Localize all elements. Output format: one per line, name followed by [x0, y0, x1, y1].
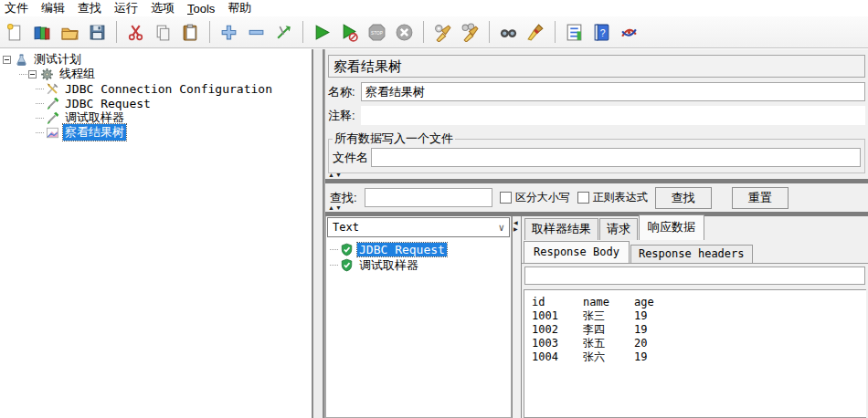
listener-icon: [45, 125, 59, 140]
menu-item-选项[interactable]: 选项: [151, 0, 175, 16]
case-sensitive-option[interactable]: 区分大小写: [500, 190, 570, 205]
horizontal-splitter-1[interactable]: ▲▼: [325, 179, 868, 183]
function-helper-button[interactable]: [562, 20, 587, 45]
comment-input[interactable]: [361, 106, 865, 125]
testplan-icon: [14, 52, 28, 67]
tree-node[interactable]: JDBC Request: [0, 96, 312, 110]
regex-label: 正则表达式: [593, 190, 648, 205]
main-vertical-splitter[interactable]: [312, 49, 324, 418]
clear-search-button[interactable]: [524, 20, 548, 45]
name-row: 名称:: [328, 82, 865, 101]
cut-button[interactable]: [123, 20, 148, 45]
clear-button[interactable]: [430, 20, 455, 45]
main-area: 测试计划线程组JDBC Connection ConfigurationJDBC…: [0, 49, 868, 418]
regex-checkbox[interactable]: [577, 192, 589, 204]
templates-button[interactable]: [30, 20, 55, 45]
results-tree[interactable]: JDBC Request调试取样器: [326, 238, 511, 417]
result-node-label: 调试取样器: [357, 257, 420, 274]
tree-collapse-icon[interactable]: [28, 70, 37, 78]
tree-node[interactable]: 察看结果树: [0, 125, 312, 140]
toggle-button[interactable]: [271, 20, 296, 45]
shield-check-icon: [339, 258, 354, 273]
menu-item-运行[interactable]: 运行: [114, 0, 138, 16]
results-tree-panel: Text ∨ JDBC Request调试取样器: [325, 216, 512, 418]
clear-all-button[interactable]: [458, 20, 482, 45]
name-input[interactable]: [361, 82, 865, 101]
response-data-row: 1004张六19: [532, 350, 866, 364]
menu-item-帮助[interactable]: 帮助: [228, 0, 251, 16]
tab-请求[interactable]: 请求: [599, 218, 638, 240]
result-tree-node[interactable]: JDBC Request: [326, 242, 511, 257]
tree-collapse-icon[interactable]: [3, 56, 11, 64]
threadgroup-icon: [39, 67, 54, 81]
shield-check-icon: [339, 243, 354, 257]
case-sensitive-label: 区分大小写: [515, 190, 570, 205]
splitter-onetouch-icon[interactable]: ▲▼: [328, 172, 343, 178]
subtab-response-headers[interactable]: Response headers: [630, 245, 753, 263]
write-to-file-group: 所有数据写入一个文件 文件名: [328, 131, 865, 173]
tree-connector: [330, 265, 338, 266]
find-button[interactable]: 查找: [655, 187, 712, 209]
results-vertical-splitter[interactable]: ◀▶: [512, 216, 522, 418]
toolbar-separator: [209, 21, 210, 43]
jmeter-logo-button[interactable]: [617, 20, 641, 45]
start-no-pauses-button[interactable]: [337, 20, 362, 45]
svg-text:STOP: STOP: [371, 31, 383, 36]
menu-item-tools[interactable]: Tools: [187, 2, 215, 16]
response-body-text[interactable]: idnameage1001张三191002李四191003张五201004张六1…: [524, 289, 866, 418]
search-button[interactable]: [496, 20, 521, 45]
comment-label: 注释:: [328, 108, 361, 124]
subtab-response-body[interactable]: Response Body: [524, 241, 630, 263]
filename-input[interactable]: [371, 148, 861, 167]
splitter-onetouch-icon[interactable]: ◀▶: [513, 220, 518, 233]
tree-node[interactable]: JDBC Connection Configuration: [0, 81, 312, 96]
write-to-file-legend: 所有数据写入一个文件: [333, 131, 455, 147]
regex-option[interactable]: 正则表达式: [577, 190, 648, 205]
new-file-button[interactable]: [3, 20, 27, 45]
result-tree-node[interactable]: 调试取样器: [326, 257, 511, 273]
menu-item-查找[interactable]: 查找: [78, 0, 101, 16]
menu-item-编辑[interactable]: 编辑: [41, 0, 65, 16]
expand-plus-button[interactable]: [217, 20, 241, 45]
toolbar-separator: [423, 21, 424, 43]
search-input[interactable]: [365, 188, 492, 207]
copy-button[interactable]: [151, 20, 175, 45]
help-button[interactable]: ?: [589, 20, 614, 45]
sampler-icon: [45, 96, 59, 110]
response-data-row: 1002李四19: [532, 323, 866, 337]
save-button[interactable]: [85, 20, 110, 45]
case-sensitive-checkbox[interactable]: [500, 192, 512, 204]
tree-connector: [36, 118, 44, 119]
response-data-row: 1003张五20: [532, 337, 866, 350]
tab-响应数据[interactable]: 响应数据: [639, 214, 704, 240]
tree-node[interactable]: 调试取样器: [0, 110, 312, 125]
menu-item-文件[interactable]: 文件: [5, 0, 28, 16]
tree-node[interactable]: 线程组: [0, 67, 312, 81]
response-data-content: idnameage1001张三191002李四191003张五201004张六1…: [522, 263, 868, 418]
reset-button[interactable]: 重置: [732, 187, 789, 209]
name-label: 名称:: [328, 84, 361, 100]
toolbar-separator: [555, 21, 556, 43]
view-mode-select[interactable]: Text ∨: [327, 217, 510, 237]
shutdown-button[interactable]: [392, 20, 417, 45]
test-plan-tree[interactable]: 测试计划线程组JDBC Connection ConfigurationJDBC…: [0, 49, 312, 418]
tree-node[interactable]: 测试计划: [0, 52, 312, 67]
page-title: 察看结果树: [328, 55, 865, 78]
open-folder-button[interactable]: [58, 20, 82, 45]
result-detail-panel: 取样器结果请求响应数据 Response BodyResponse header…: [522, 216, 868, 418]
sampler-icon: [45, 110, 59, 125]
start-button[interactable]: [310, 20, 334, 45]
paste-button[interactable]: [178, 20, 203, 45]
response-search-input[interactable]: [524, 266, 865, 285]
tree-node-label: 察看结果树: [63, 124, 126, 141]
search-bar: 查找: 区分大小写 正则表达式 查找 重置: [325, 183, 868, 212]
splitter-onetouch-icon[interactable]: ▲▼: [328, 204, 343, 211]
stop-button[interactable]: STOP: [365, 20, 389, 45]
horizontal-splitter-2[interactable]: ▲▼: [325, 212, 868, 216]
tree-connector: [330, 249, 338, 250]
response-data-row: 1001张三19: [532, 309, 866, 323]
tab-取样器结果[interactable]: 取样器结果: [524, 218, 598, 240]
toolbar: STOP?: [0, 16, 868, 48]
jmeter-window: 文件编辑查找运行选项Tools帮助 STOP? 测试计划线程组JDBC Conn…: [0, 0, 868, 48]
collapse-minus-button[interactable]: [244, 20, 269, 45]
